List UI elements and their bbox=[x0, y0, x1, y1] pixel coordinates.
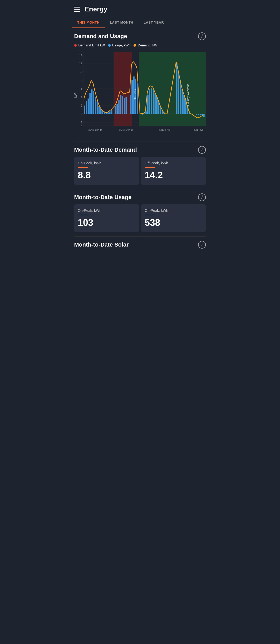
demand-on-peak-label: On-Peak, kWh bbox=[78, 161, 135, 165]
usage-off-peak-card: Off-Peak, kWh 538 bbox=[141, 204, 206, 232]
svg-text:-2: -2 bbox=[80, 121, 82, 124]
demand-off-peak-divider bbox=[145, 167, 155, 168]
svg-rect-43 bbox=[107, 113, 109, 114]
usage-off-peak-label: Off-Peak, kWh bbox=[145, 208, 202, 213]
svg-rect-44 bbox=[109, 111, 110, 114]
usage-on-peak-card: On-Peak, kWh 103 bbox=[74, 204, 139, 232]
svg-text:05/06 21:00: 05/06 21:00 bbox=[119, 129, 133, 131]
demand-on-peak-divider bbox=[78, 167, 88, 168]
svg-rect-48 bbox=[118, 100, 120, 114]
svg-text:05/08 13:: 05/08 13: bbox=[193, 129, 203, 131]
svg-rect-84 bbox=[194, 114, 195, 114]
svg-rect-67 bbox=[156, 97, 158, 114]
tab-this-month[interactable]: THIS MONTH bbox=[72, 17, 105, 28]
month-to-date-usage-section: Month-to-Date Usage i On-Peak, kWh 103 O… bbox=[70, 189, 210, 236]
svg-rect-31 bbox=[86, 101, 87, 114]
demand-dot bbox=[134, 44, 136, 47]
svg-rect-85 bbox=[196, 114, 197, 115]
svg-text:05/06 01:00: 05/06 01:00 bbox=[88, 129, 102, 131]
usage-cards: On-Peak, kWh 103 Off-Peak, kWh 538 bbox=[74, 204, 206, 232]
svg-rect-49 bbox=[120, 95, 121, 114]
demand-info-button[interactable]: i bbox=[198, 146, 206, 154]
chart-legend: Demand Limit kW Usage, kWh Demand, kW bbox=[74, 43, 206, 47]
page-title: Energy bbox=[85, 5, 107, 13]
svg-text:2: 2 bbox=[81, 104, 82, 107]
demand-usage-title: Demand and Usage bbox=[74, 33, 127, 40]
svg-text:0: 0 bbox=[81, 112, 82, 115]
svg-rect-32 bbox=[88, 99, 89, 114]
demand-on-peak-card: On-Peak, kWh 8.8 bbox=[74, 157, 139, 185]
demand-usage-info-button[interactable]: i bbox=[198, 32, 206, 40]
demand-usage-chart: 14 12 10 8 6 4 2 0 -2 -4 kWh bbox=[74, 49, 206, 137]
usage-dot bbox=[108, 44, 111, 47]
month-to-date-solar-section: Month-to-Date Solar i bbox=[70, 237, 210, 256]
solar-info-button[interactable]: i bbox=[198, 241, 206, 249]
svg-rect-52 bbox=[125, 97, 127, 114]
demand-limit-label: Demand Limit kW bbox=[78, 43, 105, 47]
tab-last-year[interactable]: LAST YEAR bbox=[138, 17, 169, 28]
usage-on-peak-label: On-Peak, kWh bbox=[78, 208, 135, 213]
svg-text:Holiday/Weekend: Holiday/Weekend bbox=[186, 83, 190, 106]
demand-off-peak-card: Off-Peak, kWh 14.2 bbox=[141, 157, 206, 185]
legend-usage: Usage, kWh bbox=[108, 43, 131, 47]
tab-last-month[interactable]: LAST MONTH bbox=[105, 17, 138, 28]
svg-rect-76 bbox=[180, 80, 181, 114]
usage-section-title: Month-to-Date Usage bbox=[74, 194, 131, 201]
demand-section-header: Month-to-Date Demand i bbox=[74, 146, 206, 154]
svg-text:On-Peak: On-Peak bbox=[134, 89, 137, 100]
svg-text:kWh: kWh bbox=[74, 92, 78, 98]
tab-bar: THIS MONTH LAST MONTH LAST YEAR bbox=[70, 17, 210, 28]
svg-rect-45 bbox=[111, 110, 112, 114]
svg-rect-78 bbox=[183, 95, 185, 114]
usage-info-button[interactable]: i bbox=[198, 193, 206, 201]
header: Energy bbox=[70, 0, 210, 17]
svg-rect-75 bbox=[178, 72, 179, 114]
usage-off-peak-value: 538 bbox=[145, 217, 202, 228]
svg-rect-34 bbox=[91, 89, 93, 114]
svg-rect-40 bbox=[102, 111, 103, 114]
usage-off-peak-divider bbox=[145, 215, 155, 215]
svg-rect-66 bbox=[155, 93, 156, 114]
solar-section-title: Month-to-Date Solar bbox=[74, 241, 129, 248]
demand-usage-section: Demand and Usage i Demand Limit kW Usage… bbox=[70, 28, 210, 142]
svg-rect-64 bbox=[151, 88, 152, 114]
demand-limit-dot bbox=[74, 44, 77, 47]
demand-section-title: Month-to-Date Demand bbox=[74, 146, 137, 153]
menu-button[interactable] bbox=[74, 7, 80, 12]
solar-section-header: Month-to-Date Solar i bbox=[74, 241, 206, 249]
svg-rect-87 bbox=[200, 114, 201, 115]
svg-text:6: 6 bbox=[81, 87, 82, 90]
demand-on-peak-value: 8.8 bbox=[78, 170, 135, 181]
demand-label: Demand, kW bbox=[138, 43, 157, 47]
demand-off-peak-label: Off-Peak, kWh bbox=[145, 161, 202, 165]
svg-rect-37 bbox=[97, 101, 98, 114]
svg-text:14: 14 bbox=[79, 53, 82, 57]
svg-rect-50 bbox=[122, 96, 123, 114]
demand-usage-header: Demand and Usage i bbox=[74, 32, 206, 40]
svg-rect-38 bbox=[99, 106, 100, 114]
usage-on-peak-value: 103 bbox=[78, 217, 135, 228]
demand-off-peak-value: 14.2 bbox=[145, 170, 202, 181]
svg-rect-35 bbox=[93, 91, 94, 114]
svg-rect-36 bbox=[95, 97, 96, 114]
svg-rect-61 bbox=[145, 111, 147, 114]
svg-rect-46 bbox=[115, 106, 116, 114]
svg-text:8: 8 bbox=[81, 79, 82, 82]
svg-text:12: 12 bbox=[79, 62, 82, 65]
svg-rect-47 bbox=[116, 104, 118, 114]
svg-rect-54 bbox=[131, 80, 133, 114]
svg-rect-63 bbox=[149, 89, 150, 114]
svg-rect-30 bbox=[84, 106, 85, 114]
svg-rect-51 bbox=[124, 98, 125, 114]
svg-rect-74 bbox=[176, 63, 177, 114]
svg-rect-77 bbox=[181, 89, 183, 114]
legend-demand-limit: Demand Limit kW bbox=[74, 43, 105, 47]
svg-rect-62 bbox=[147, 95, 149, 114]
svg-rect-53 bbox=[130, 95, 131, 114]
usage-section-header: Month-to-Date Usage i bbox=[74, 193, 206, 201]
svg-rect-42 bbox=[106, 113, 107, 114]
usage-on-peak-divider bbox=[78, 215, 88, 215]
demand-cards: On-Peak, kWh 8.8 Off-Peak, kWh 14.2 bbox=[74, 157, 206, 185]
svg-rect-89 bbox=[203, 114, 205, 117]
svg-rect-33 bbox=[89, 93, 91, 114]
